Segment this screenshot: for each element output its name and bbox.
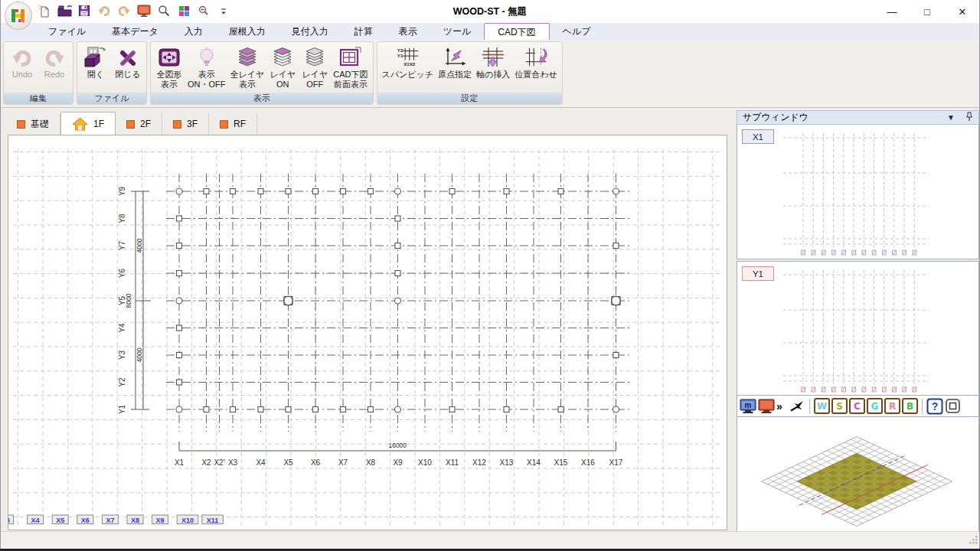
- undo-icon: [10, 45, 34, 70]
- ribbon-button-origin[interactable]: 原点指定: [436, 44, 474, 80]
- menu-tab-1[interactable]: ファイル: [35, 23, 99, 40]
- view-s-icon[interactable]: S: [831, 398, 848, 414]
- save-icon[interactable]: [77, 2, 92, 19]
- ribbon-button-layers-all[interactable]: 全レイヤ 表示: [228, 44, 267, 90]
- ribbon-button-axis-insert[interactable]: 軸の挿入: [474, 44, 512, 80]
- open-folder-icon[interactable]: [57, 2, 72, 19]
- undo-icon[interactable]: [96, 2, 112, 19]
- floor-tab-RF[interactable]: RF: [209, 113, 257, 135]
- view-r-icon[interactable]: R: [884, 398, 900, 414]
- ribbon-button-align[interactable]: 位置合わせ: [512, 44, 560, 80]
- monitor-icon[interactable]: [136, 2, 152, 19]
- preview-3d[interactable]: [737, 417, 979, 534]
- view-w-icon[interactable]: W: [814, 398, 830, 414]
- menu-tab-5[interactable]: 見付入力: [279, 23, 341, 40]
- ribbon-button-layer-on[interactable]: レイヤ ON: [266, 44, 299, 90]
- workspace: 基礎1F2F3FRF Y9Y8Y7Y6Y5Y4Y3Y2Y140004000800…: [0, 108, 980, 531]
- menu-tab-10[interactable]: ヘルプ: [550, 23, 604, 40]
- sub-view-x1-label[interactable]: X1: [742, 129, 774, 144]
- ribbon-button-undo[interactable]: Undo: [6, 44, 38, 80]
- layer-off-icon: [302, 45, 327, 70]
- expand-toolbar-icon[interactable]: »: [776, 397, 787, 416]
- sub-view-y1-label[interactable]: Y1: [742, 266, 774, 281]
- menu-tab-8[interactable]: ツール: [430, 23, 485, 40]
- axis-insert-icon: [481, 45, 505, 70]
- ribbon-group-1: UndoRedo編集: [3, 41, 74, 105]
- ribbon-button-open-cad[interactable]: 開く: [80, 44, 112, 80]
- cad-drawing-area[interactable]: Y9Y8Y7Y6Y5Y4Y3Y2Y140004000800016000X1X2X…: [8, 135, 727, 530]
- pin-icon[interactable]: [965, 112, 973, 124]
- resize-grip[interactable]: [969, 535, 978, 547]
- svg-text:X1X2: X1X2: [404, 61, 416, 67]
- app-logo-icon[interactable]: [5, 2, 32, 30]
- menu-tab-7[interactable]: 表示: [386, 23, 430, 40]
- close-button[interactable]: ✕: [945, 0, 980, 23]
- svg-text:X4: X4: [31, 517, 40, 524]
- floor-tab-基礎[interactable]: 基礎: [6, 113, 60, 135]
- ribbon-button-label: スパンピッチ: [382, 70, 434, 80]
- main-monitor-icon[interactable]: m: [740, 397, 756, 416]
- view-g-icon[interactable]: G: [867, 398, 883, 414]
- maximize-button[interactable]: □: [910, 0, 945, 23]
- sub-view-x1[interactable]: X1: [737, 125, 979, 259]
- svg-text:Y4: Y4: [118, 323, 126, 333]
- svg-text:Y9: Y9: [118, 186, 126, 196]
- palette-icon[interactable]: [176, 2, 191, 19]
- view-c-icon[interactable]: C: [849, 398, 865, 414]
- menu-tab-9[interactable]: CAD下図: [484, 23, 549, 40]
- sub-window-title: サブウィンドウ: [743, 111, 808, 124]
- open-cad-icon: [83, 45, 108, 70]
- ribbon-group-label: ファイル: [77, 93, 146, 104]
- menu-tab-2[interactable]: 基本データ: [99, 23, 172, 40]
- sub-monitor-icon[interactable]: [758, 397, 775, 416]
- ribbon-button-span-pitch[interactable]: Y2Y1X1X2スパンピッチ: [380, 44, 436, 80]
- floor-tab-label: 基礎: [31, 118, 49, 131]
- svg-text:X8: X8: [131, 517, 139, 524]
- svg-text:X9: X9: [393, 458, 403, 467]
- floor-square-icon: [17, 120, 25, 129]
- ribbon-button-fit-all[interactable]: 全図形 表示: [153, 44, 185, 90]
- floor-tab-3F[interactable]: 3F: [162, 113, 209, 135]
- layers-all-icon: [235, 45, 260, 70]
- ribbon-button-layer-off[interactable]: レイヤ OFF: [299, 44, 331, 90]
- span-pitch-icon: Y2Y1X1X2: [395, 45, 420, 70]
- ribbon-group-label: 編集: [4, 93, 73, 104]
- svg-text:X7: X7: [106, 517, 114, 524]
- ribbon-button-label: レイヤ OFF: [302, 70, 328, 89]
- redo-icon[interactable]: [116, 2, 132, 19]
- menu-tab-6[interactable]: 計算: [341, 23, 386, 40]
- view-b-icon[interactable]: B: [902, 398, 918, 414]
- minimize-button[interactable]: —: [874, 0, 910, 23]
- search-icon[interactable]: [156, 2, 172, 19]
- menu-tab-3[interactable]: 入力: [172, 23, 216, 40]
- toolbar-separator: [809, 399, 810, 414]
- restore-window-icon[interactable]: [945, 397, 961, 416]
- sub-view-y1[interactable]: Y1: [737, 261, 979, 396]
- svg-text:X14: X14: [527, 458, 541, 467]
- walkthrough-icon[interactable]: [789, 397, 805, 416]
- svg-text:X11: X11: [446, 458, 459, 467]
- svg-text:X6: X6: [81, 517, 90, 524]
- svg-text:Y6: Y6: [118, 268, 126, 278]
- ribbon-button-label: 閉じる: [115, 70, 141, 80]
- floor-square-icon: [220, 120, 228, 129]
- ribbon-button-bulb[interactable]: 表示 ON・OFF: [185, 44, 228, 90]
- help-icon[interactable]: ?: [926, 397, 943, 416]
- svg-text:X5: X5: [283, 458, 293, 467]
- ribbon-button-cad-front[interactable]: CAD下図 前面表示: [331, 44, 370, 90]
- toolbar-separator: [922, 399, 923, 414]
- ribbon-button-close-x[interactable]: 閉じる: [112, 44, 144, 80]
- more-icon[interactable]: [216, 2, 231, 19]
- ribbon-button-label: CAD下図 前面表示: [333, 70, 368, 89]
- ribbon-button-redo[interactable]: Redo: [38, 44, 70, 80]
- ribbon-button-label: 原点指定: [438, 70, 472, 80]
- menu-tab-4[interactable]: 屋根入力: [216, 23, 279, 40]
- new-file-icon[interactable]: [37, 2, 52, 19]
- floor-tab-2F[interactable]: 2F: [116, 113, 162, 135]
- ribbon-group-label: 設定: [377, 93, 562, 104]
- origin-icon: [443, 45, 467, 70]
- svg-text:?: ?: [932, 400, 939, 412]
- chevron-down-icon[interactable]: ▼: [947, 113, 955, 122]
- floor-tab-1F[interactable]: 1F: [60, 112, 116, 135]
- zoom-out-icon[interactable]: [196, 2, 211, 19]
